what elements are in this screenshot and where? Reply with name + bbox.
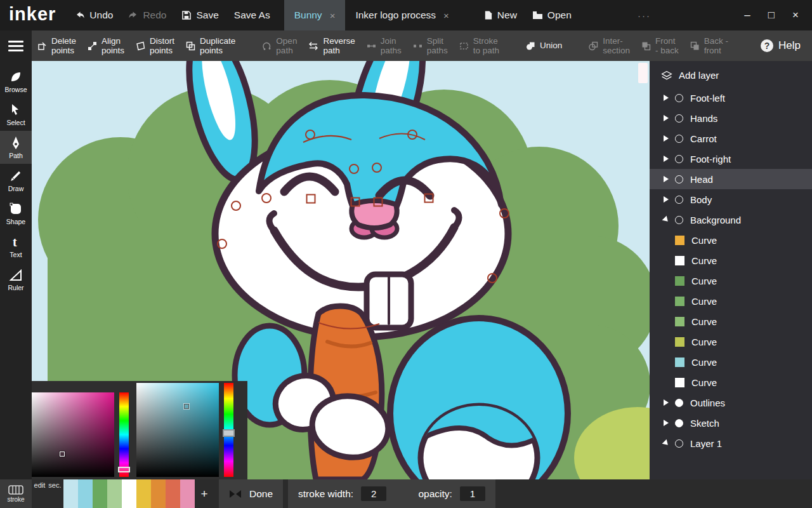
layer-row-body[interactable]: Body: [650, 189, 812, 210]
color-swatch[interactable]: [63, 479, 78, 508]
curve-color-swatch[interactable]: [675, 236, 684, 245]
split-paths-button[interactable]: Splitpaths: [407, 30, 454, 61]
layer-circle-icon[interactable]: [675, 155, 683, 163]
add-swatch-button[interactable]: +: [195, 479, 214, 508]
join-paths-button[interactable]: Joinpaths: [361, 30, 407, 61]
layer-row-hands[interactable]: Hands: [650, 108, 812, 128]
layer-row-curve[interactable]: Curve: [650, 271, 812, 291]
color-cursor[interactable]: [184, 404, 189, 409]
hue-slider-handle[interactable]: [223, 429, 235, 437]
canvas-scrollbar-thumb[interactable]: [638, 63, 648, 83]
layer-circle-icon[interactable]: [675, 439, 683, 448]
tool-draw[interactable]: Draw: [0, 164, 32, 197]
tool-select[interactable]: Select: [0, 98, 32, 131]
sec-label[interactable]: sec.: [48, 481, 61, 508]
layer-row-curve[interactable]: Curve: [650, 372, 812, 392]
distort-points-button[interactable]: Distortpoints: [130, 30, 180, 61]
align-points-button[interactable]: Alignpoints: [82, 30, 130, 61]
color-swatch[interactable]: [122, 479, 136, 508]
color-swatch[interactable]: [136, 479, 151, 508]
help-button[interactable]: ? Help: [749, 30, 812, 61]
tool-shape[interactable]: Shape: [0, 197, 32, 230]
front-back-button[interactable]: Front- back: [636, 30, 684, 61]
stroke-mode-button[interactable]: stroke: [0, 479, 32, 508]
tab-inker-logo-process[interactable]: Inker logo process ×: [345, 0, 459, 30]
color-swatch[interactable]: [93, 479, 107, 508]
tab-bunny[interactable]: Bunny ×: [284, 0, 346, 30]
curve-color-swatch[interactable]: [675, 378, 684, 387]
layer-circle-icon[interactable]: [675, 94, 683, 102]
drawing-canvas[interactable]: [32, 61, 650, 479]
expander-icon[interactable]: [664, 420, 669, 426]
layer-row-foot-left[interactable]: Foot-left: [650, 88, 812, 108]
layer-row-curve[interactable]: Curve: [650, 230, 812, 250]
color-swatch[interactable]: [166, 479, 180, 508]
expander-icon[interactable]: [664, 399, 669, 406]
expander-icon[interactable]: [664, 95, 669, 101]
color-swatch[interactable]: [107, 479, 122, 508]
saturation-field[interactable]: [32, 392, 114, 477]
intersection-button[interactable]: Inter-section: [583, 30, 636, 61]
duplicate-points-button[interactable]: Duplicatepoints: [180, 30, 241, 61]
done-button[interactable]: Done: [249, 488, 273, 500]
hue-slider[interactable]: [224, 383, 233, 477]
curve-color-swatch[interactable]: [675, 256, 684, 265]
edit-label[interactable]: edit: [34, 481, 46, 508]
tab-close-icon[interactable]: ×: [330, 10, 336, 21]
save-button[interactable]: Save: [174, 0, 226, 30]
expander-icon[interactable]: [662, 439, 671, 448]
color-swatch[interactable]: [78, 479, 93, 508]
save-as-button[interactable]: Save As: [226, 0, 278, 30]
layer-row-outlines[interactable]: Outlines: [650, 392, 812, 413]
saturation-field[interactable]: [136, 383, 219, 477]
reverse-path-button[interactable]: Reversepath: [303, 30, 360, 61]
curve-color-swatch[interactable]: [675, 297, 684, 306]
layer-row-curve[interactable]: Curve: [650, 331, 812, 352]
tool-ruler[interactable]: Ruler: [0, 263, 32, 296]
new-button[interactable]: New: [476, 0, 525, 30]
layer-circle-icon[interactable]: [675, 216, 683, 224]
tool-path[interactable]: Path: [0, 131, 32, 164]
open-button[interactable]: Open: [525, 0, 579, 30]
expander-icon[interactable]: [664, 196, 669, 203]
layer-circle-icon[interactable]: [675, 135, 683, 143]
minimize-button[interactable]: –: [738, 9, 756, 22]
close-button[interactable]: ×: [787, 9, 804, 22]
hamburger-menu-button[interactable]: [0, 30, 32, 61]
color-cursor[interactable]: [60, 451, 65, 457]
curve-color-swatch[interactable]: [675, 358, 684, 367]
back-front-button[interactable]: Back -front: [684, 30, 734, 61]
color-swatch[interactable]: [151, 479, 166, 508]
layer-row-carrot[interactable]: Carrot: [650, 128, 812, 149]
stroke-to-path-button[interactable]: Stroketo path: [454, 30, 505, 61]
curve-color-swatch[interactable]: [675, 337, 684, 347]
hue-slider[interactable]: [119, 392, 129, 477]
layer-circle-icon[interactable]: [675, 419, 683, 427]
layer-row-curve[interactable]: Curve: [650, 291, 812, 311]
layer-circle-icon[interactable]: [675, 175, 683, 184]
layer-row-foot-right[interactable]: Foot-right: [650, 149, 812, 169]
tool-browse[interactable]: Browse: [0, 65, 32, 98]
layer-circle-icon[interactable]: [675, 399, 683, 407]
layer-circle-icon[interactable]: [675, 196, 683, 204]
tab-close-icon[interactable]: ×: [443, 10, 449, 21]
layer-row-curve[interactable]: Curve: [650, 352, 812, 372]
maximize-button[interactable]: □: [763, 9, 780, 22]
layer-row-background[interactable]: Background: [650, 210, 812, 230]
hue-slider-handle[interactable]: [118, 467, 130, 472]
layer-row-head[interactable]: Head: [650, 169, 812, 189]
open-path-button[interactable]: Openpath: [256, 30, 303, 61]
overflow-menu[interactable]: ···: [632, 10, 656, 21]
expander-icon[interactable]: [664, 176, 669, 182]
layer-row-sketch[interactable]: Sketch: [650, 413, 812, 433]
expander-icon[interactable]: [664, 115, 669, 121]
layer-circle-icon[interactable]: [675, 114, 683, 123]
union-button[interactable]: Union: [520, 30, 568, 61]
add-layer-button[interactable]: Add layer: [650, 61, 812, 88]
layer-row-curve[interactable]: Curve: [650, 250, 812, 271]
layer-row-curve[interactable]: Curve: [650, 311, 812, 331]
delete-points-button[interactable]: Deletepoints: [32, 30, 82, 61]
expander-icon[interactable]: [664, 156, 669, 162]
expander-icon[interactable]: [664, 135, 669, 142]
redo-button[interactable]: Redo: [121, 0, 174, 30]
